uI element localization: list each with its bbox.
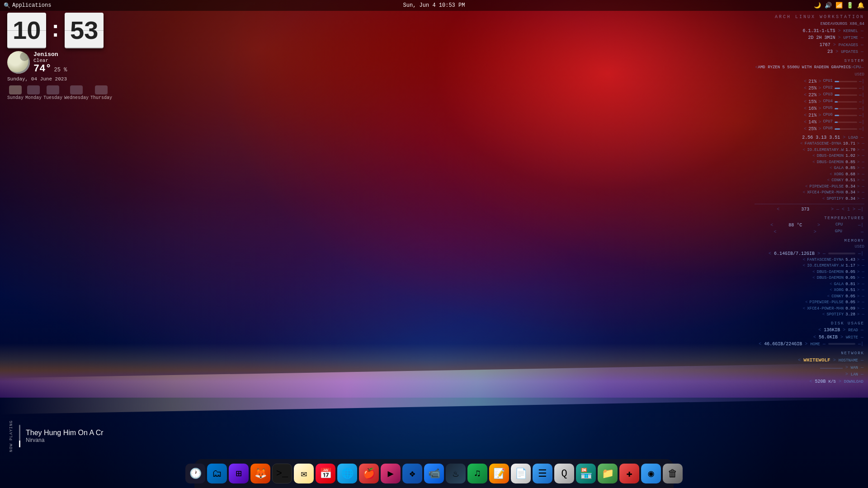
- sysinfo-memory-label: MEMORY: [755, 238, 864, 244]
- taskbar-icon-qb[interactable]: Q: [554, 464, 574, 483]
- moon-mode-icon[interactable]: 🌙: [814, 2, 821, 9]
- sysinfo-net-down-unit: K/S: [829, 380, 836, 384]
- search-icon: 🔍: [4, 2, 10, 9]
- sysinfo-cpu-temp-label: CPU: [835, 222, 843, 228]
- taskbar-icon-browser2[interactable]: 🌐: [337, 464, 357, 483]
- cpu-proc-row: < CONKY 0.51 > —: [755, 178, 864, 184]
- weather-day-icon-mon: [27, 85, 40, 94]
- sysinfo-updates-row: 23 > UPDATES —: [755, 48, 864, 56]
- track-title: They Hung Him On A Cr: [26, 429, 104, 437]
- cpu-cores-container: < 21% > CPU1 —| < 25% > CPU2 —| < 22% > …: [755, 78, 864, 132]
- battery-icon[interactable]: 🔋: [846, 2, 854, 9]
- sysinfo-wan-row: > WAN —: [755, 364, 864, 371]
- notification-icon[interactable]: 🔔: [857, 2, 864, 9]
- cpu-proc-row: < IO.ELEMENTARY.W 1.70 > —: [755, 147, 864, 154]
- taskbar-icon-cross[interactable]: ✚: [619, 464, 639, 483]
- cpu-core-row: < 22% > CPU3 —|: [755, 92, 864, 99]
- weather-temp: 74°: [33, 63, 52, 75]
- weather-day-label-thu: Thursday: [90, 95, 112, 100]
- sysinfo-kernel-row: 6.1.31-1-LTS > KERNEL —: [755, 28, 864, 35]
- sysinfo-load-row: 2.56 3.13 3.51 > LOAD —: [755, 134, 864, 141]
- taskbar-icon-calendar[interactable]: 📅: [316, 464, 335, 483]
- taskbar-icon-app-red[interactable]: 🍎: [359, 464, 379, 483]
- sysinfo-proc-row: < 373 > — < 1 > —|: [755, 206, 864, 213]
- cpu-proc-row: < FANTASCENE-DYNA 10.71 > —: [755, 141, 864, 147]
- app-menu-label[interactable]: Applications: [12, 2, 51, 9]
- weather-day-label-sun: Sunday: [7, 95, 24, 100]
- taskbar-icon-media[interactable]: ▶: [381, 464, 401, 483]
- mem-proc-row: < IO.ELEMENTARY.W 1.17 > —: [755, 263, 864, 269]
- taskbar-icon-kde[interactable]: ❖: [402, 464, 422, 483]
- mem-proc-row: < PIPEWIRE-PULSE 0.05 > —: [755, 300, 864, 306]
- topbar-datetime: Sun, Jun 4 10:53 PM: [403, 2, 465, 9]
- mem-proc-row: < DBUS-DAEMON 0.05 > —: [755, 269, 864, 276]
- taskbar-icon-files2[interactable]: 📄: [511, 464, 531, 483]
- sysinfo-distro: ENDEAVOUROS X86_64: [821, 22, 864, 26]
- sysinfo-uptime: 2D 2H 3MIN: [808, 35, 835, 40]
- sysinfo-used-label: USED: [755, 72, 864, 78]
- sysinfo-disk-home: 46.6GIB/224GIB: [764, 342, 802, 347]
- taskbar-icon-trash[interactable]: 🗑: [663, 464, 683, 483]
- taskbar-icon-toggle[interactable]: ◉: [641, 464, 661, 483]
- sysinfo-cpu-temp-row: < 88 °C > CPU —|: [755, 222, 864, 229]
- sysinfo-updates-label: UPDATES: [841, 50, 858, 54]
- sysinfo-disk-write-label: WRITE: [846, 335, 858, 340]
- sysinfo-lan-row: > LAN —: [755, 371, 864, 378]
- clock-flip: 10 : 53: [7, 13, 112, 48]
- volume-icon[interactable]: 🔊: [825, 2, 832, 9]
- weather-day-mon: Monday: [25, 85, 42, 100]
- taskbar-icon-apps[interactable]: ⊞: [229, 464, 249, 483]
- taskbar-icon-spotify[interactable]: ♫: [467, 464, 487, 483]
- sysinfo-cpu-label: CPU: [854, 65, 861, 71]
- topbar-right: 🌙 🔊 📶 🔋 🔔: [814, 2, 864, 9]
- taskbar-icon-store[interactable]: 🏪: [576, 464, 596, 483]
- sysinfo-packages: 1767: [820, 42, 830, 47]
- sysinfo-cpu-model-row: < AMD RYZEN 5 5500U WITH RADEON GRAPHICS…: [755, 64, 864, 71]
- topbar-left[interactable]: 🔍 Applications: [4, 2, 51, 9]
- taskbar-icon-fm[interactable]: 📁: [598, 464, 618, 483]
- weather-day-wed: Wednesday: [64, 85, 89, 100]
- clock-hour: 10: [7, 13, 46, 48]
- bg-nebula: [0, 0, 868, 488]
- sysinfo-wan-label: WAN: [851, 366, 858, 370]
- sysinfo-uptime-label: UPTIME: [844, 36, 858, 40]
- taskbar-icon-clock[interactable]: 🕐: [185, 464, 205, 483]
- taskbar-icons: 🕐🗂⊞🦊>_✉📅🌐🍎▶❖📹♨♫📝📄☰Q🏪📁✚◉🗑: [185, 464, 683, 483]
- cpu-core-row: < 15% > CPU4 —|: [755, 99, 864, 105]
- cpu-proc-row: < XFCE4-POWER-MAN 0.34 > —: [755, 190, 864, 196]
- taskbar-icon-zoom[interactable]: 📹: [424, 464, 444, 483]
- weather-day-sun: Sunday: [7, 85, 24, 100]
- taskbar-icon-firefox[interactable]: 🦊: [250, 464, 270, 483]
- clock-minute: 53: [65, 13, 104, 48]
- taskbar-icon-files[interactable]: 🗂: [207, 464, 227, 483]
- mem-proc-row: < DBUS-DAEMON 0.05 > —: [755, 275, 864, 282]
- cpu-proc-row: < XORG 0.68 > —: [755, 172, 864, 178]
- weather-day-icon-sun: [9, 85, 22, 94]
- taskbar-icon-terminal[interactable]: >_: [272, 464, 292, 483]
- taskbar-icon-steam[interactable]: ♨: [446, 464, 466, 483]
- sysinfo-kernel: 6.1.31-1-LTS: [803, 28, 835, 33]
- sysinfo-uptime-row: 2D 2H 3MIN > UPTIME —: [755, 34, 864, 42]
- sysinfo-wan: [820, 368, 843, 369]
- weather-day-label-mon: Monday: [25, 95, 42, 100]
- cpu-proc-row: < GALA 0.85 > —: [755, 165, 864, 172]
- taskbar-icon-email[interactable]: ✉: [294, 464, 314, 483]
- sysinfo-disk-home-row: < 46.6GIB/224GIB > HOME — —|: [755, 341, 864, 348]
- mem-proc-row: < GALA 0.81 > —: [755, 282, 864, 288]
- cpu-core-row: < 25% > CPU2 —|: [755, 85, 864, 92]
- wifi-icon[interactable]: 📶: [835, 2, 843, 9]
- sysinfo-hostname: WHITEWOLF: [803, 357, 830, 363]
- sysinfo-netdown-row: < 520B K/S > DOWNLOAD: [755, 378, 864, 385]
- sysinfo-packages-label: PACKAGES: [839, 43, 858, 47]
- sysinfo-disk-home-label: HOME: [810, 342, 820, 347]
- sysinfo-net-down: 520B: [815, 379, 826, 384]
- taskbar-icon-notes[interactable]: 📝: [489, 464, 509, 483]
- weather-day-thu: Thursday: [90, 85, 112, 100]
- sysinfo-mem-total: 6.14GIB/7.12GIB: [774, 251, 815, 256]
- cpu-core-row: < 25% > CPU8 —|: [755, 126, 864, 132]
- clock-separator: :: [49, 20, 62, 42]
- sysinfo-mem-row: < 6.14GIB/7.12GIB > — —|: [755, 250, 864, 257]
- taskbar-icon-planner[interactable]: ☰: [533, 464, 552, 483]
- weather-condition: Clear: [33, 58, 67, 63]
- cpu-proc-row: < SPOTIFY 0.34 > —: [755, 196, 864, 202]
